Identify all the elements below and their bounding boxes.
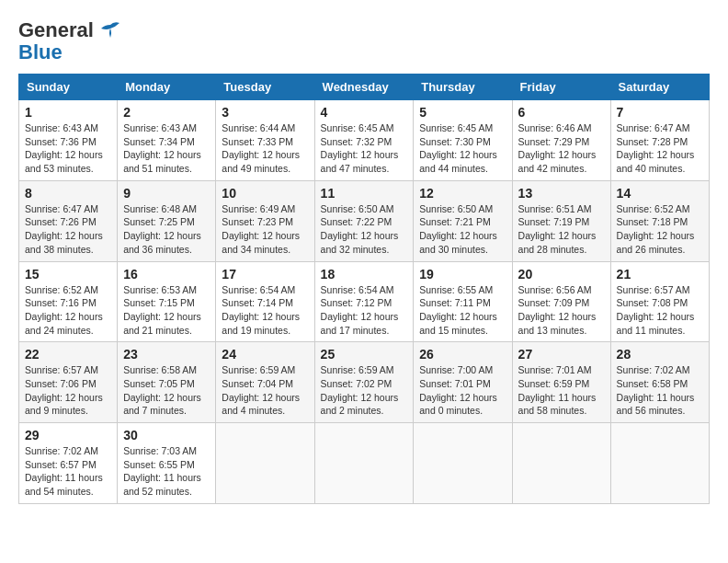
day-number: 7 xyxy=(617,105,703,120)
sunrise-label: Sunrise: 6:53 AM xyxy=(123,284,197,295)
day-number: 16 xyxy=(123,267,210,282)
sunrise-label: Sunrise: 6:47 AM xyxy=(617,122,690,133)
sunset-label: Sunset: 7:33 PM xyxy=(222,136,293,147)
calendar-cell: 1 Sunrise: 6:43 AM Sunset: 7:36 PM Dayli… xyxy=(19,100,118,181)
calendar-cell: 16 Sunrise: 6:53 AM Sunset: 7:15 PM Dayl… xyxy=(118,261,216,342)
day-number: 29 xyxy=(25,428,111,442)
logo: General Blue xyxy=(18,18,123,64)
day-info: Sunrise: 6:54 AM Sunset: 7:12 PM Dayligh… xyxy=(321,283,408,338)
col-header-thursday: Thursday xyxy=(414,75,512,100)
sunrise-label: Sunrise: 6:57 AM xyxy=(25,364,98,375)
sunset-label: Sunset: 6:59 PM xyxy=(518,378,590,389)
calendar-cell xyxy=(314,423,414,504)
day-info: Sunrise: 6:52 AM Sunset: 7:16 PM Dayligh… xyxy=(25,283,111,338)
daylight-label: Daylight: 12 hours and 40 minutes. xyxy=(617,149,695,174)
day-number: 14 xyxy=(617,186,703,201)
day-number: 22 xyxy=(25,347,111,362)
day-info: Sunrise: 6:53 AM Sunset: 7:15 PM Dayligh… xyxy=(123,283,210,338)
calendar-cell: 21 Sunrise: 6:57 AM Sunset: 7:08 PM Dayl… xyxy=(610,261,709,342)
daylight-label: Daylight: 12 hours and 42 minutes. xyxy=(518,149,597,174)
day-number: 15 xyxy=(25,267,111,282)
calendar-cell: 25 Sunrise: 6:59 AM Sunset: 7:02 PM Dayl… xyxy=(314,342,414,423)
day-info: Sunrise: 6:59 AM Sunset: 7:02 PM Dayligh… xyxy=(321,363,408,418)
day-number: 21 xyxy=(617,267,703,282)
daylight-label: Daylight: 12 hours and 36 minutes. xyxy=(123,230,201,255)
col-header-tuesday: Tuesday xyxy=(216,75,314,100)
calendar-cell xyxy=(216,423,314,504)
sunset-label: Sunset: 7:15 PM xyxy=(123,297,195,308)
day-number: 5 xyxy=(419,105,506,120)
sunset-label: Sunset: 7:29 PM xyxy=(518,136,590,147)
sunrise-label: Sunrise: 7:00 AM xyxy=(419,364,493,375)
calendar-cell: 13 Sunrise: 6:51 AM Sunset: 7:19 PM Dayl… xyxy=(512,180,610,261)
sunrise-label: Sunrise: 6:59 AM xyxy=(321,364,394,375)
calendar-cell: 24 Sunrise: 6:59 AM Sunset: 7:04 PM Dayl… xyxy=(216,342,314,423)
daylight-label: Daylight: 12 hours and 53 minutes. xyxy=(25,149,103,174)
sunset-label: Sunset: 7:26 PM xyxy=(25,216,97,227)
calendar-cell xyxy=(610,423,709,504)
daylight-label: Daylight: 12 hours and 2 minutes. xyxy=(321,392,399,417)
day-info: Sunrise: 6:57 AM Sunset: 7:08 PM Dayligh… xyxy=(617,283,703,338)
sunset-label: Sunset: 7:18 PM xyxy=(617,216,688,227)
day-info: Sunrise: 6:52 AM Sunset: 7:18 PM Dayligh… xyxy=(617,202,703,257)
sunset-label: Sunset: 7:34 PM xyxy=(123,136,195,147)
day-info: Sunrise: 6:51 AM Sunset: 7:19 PM Dayligh… xyxy=(518,202,605,257)
daylight-label: Daylight: 12 hours and 21 minutes. xyxy=(123,311,201,336)
sunrise-label: Sunrise: 6:44 AM xyxy=(222,122,295,133)
daylight-label: Daylight: 11 hours and 52 minutes. xyxy=(123,472,201,497)
sunrise-label: Sunrise: 7:02 AM xyxy=(617,364,690,375)
day-number: 4 xyxy=(321,105,408,120)
calendar-cell: 4 Sunrise: 6:45 AM Sunset: 7:32 PM Dayli… xyxy=(314,100,414,181)
day-number: 30 xyxy=(123,428,210,442)
sunrise-label: Sunrise: 6:48 AM xyxy=(123,203,197,214)
sunset-label: Sunset: 7:16 PM xyxy=(25,297,97,308)
calendar-cell: 10 Sunrise: 6:49 AM Sunset: 7:23 PM Dayl… xyxy=(216,180,314,261)
sunrise-label: Sunrise: 6:43 AM xyxy=(25,122,98,133)
sunset-label: Sunset: 7:02 PM xyxy=(321,378,392,389)
sunrise-label: Sunrise: 6:52 AM xyxy=(617,203,690,214)
sunrise-label: Sunrise: 6:51 AM xyxy=(518,203,592,214)
daylight-label: Daylight: 11 hours and 56 minutes. xyxy=(617,392,695,417)
sunrise-label: Sunrise: 6:54 AM xyxy=(321,284,394,295)
sunset-label: Sunset: 7:30 PM xyxy=(419,136,491,147)
sunrise-label: Sunrise: 6:46 AM xyxy=(518,122,592,133)
calendar-cell: 18 Sunrise: 6:54 AM Sunset: 7:12 PM Dayl… xyxy=(314,261,414,342)
daylight-label: Daylight: 11 hours and 54 minutes. xyxy=(25,472,103,497)
daylight-label: Daylight: 12 hours and 7 minutes. xyxy=(123,392,201,417)
sunrise-label: Sunrise: 7:02 AM xyxy=(25,445,98,456)
sunrise-label: Sunrise: 6:56 AM xyxy=(518,284,592,295)
sunset-label: Sunset: 7:23 PM xyxy=(222,216,293,227)
daylight-label: Daylight: 12 hours and 0 minutes. xyxy=(419,392,497,417)
day-number: 2 xyxy=(123,105,210,120)
col-header-saturday: Saturday xyxy=(610,75,709,100)
calendar-cell: 3 Sunrise: 6:44 AM Sunset: 7:33 PM Dayli… xyxy=(216,100,314,181)
day-info: Sunrise: 6:55 AM Sunset: 7:11 PM Dayligh… xyxy=(419,283,506,338)
calendar-cell: 2 Sunrise: 6:43 AM Sunset: 7:34 PM Dayli… xyxy=(118,100,216,181)
day-info: Sunrise: 6:56 AM Sunset: 7:09 PM Dayligh… xyxy=(518,283,605,338)
daylight-label: Daylight: 12 hours and 19 minutes. xyxy=(222,311,300,336)
day-number: 10 xyxy=(222,186,308,201)
daylight-label: Daylight: 12 hours and 9 minutes. xyxy=(25,392,103,417)
sunrise-label: Sunrise: 7:01 AM xyxy=(518,364,592,375)
daylight-label: Daylight: 12 hours and 38 minutes. xyxy=(25,230,103,255)
day-info: Sunrise: 6:57 AM Sunset: 7:06 PM Dayligh… xyxy=(25,363,111,418)
day-number: 3 xyxy=(222,105,308,120)
daylight-label: Daylight: 12 hours and 11 minutes. xyxy=(617,311,695,336)
daylight-label: Daylight: 12 hours and 32 minutes. xyxy=(321,230,399,255)
calendar-cell: 27 Sunrise: 7:01 AM Sunset: 6:59 PM Dayl… xyxy=(512,342,610,423)
week-row-1: 1 Sunrise: 6:43 AM Sunset: 7:36 PM Dayli… xyxy=(19,100,710,181)
sunset-label: Sunset: 7:04 PM xyxy=(222,378,293,389)
day-info: Sunrise: 6:43 AM Sunset: 7:36 PM Dayligh… xyxy=(25,121,111,176)
day-info: Sunrise: 7:02 AM Sunset: 6:57 PM Dayligh… xyxy=(25,444,111,499)
sunset-label: Sunset: 7:06 PM xyxy=(25,378,97,389)
day-number: 28 xyxy=(617,347,703,362)
daylight-label: Daylight: 12 hours and 49 minutes. xyxy=(222,149,300,174)
day-info: Sunrise: 6:58 AM Sunset: 7:05 PM Dayligh… xyxy=(123,363,210,418)
calendar-cell: 6 Sunrise: 6:46 AM Sunset: 7:29 PM Dayli… xyxy=(512,100,610,181)
sunrise-label: Sunrise: 7:03 AM xyxy=(123,445,197,456)
calendar-cell: 26 Sunrise: 7:00 AM Sunset: 7:01 PM Dayl… xyxy=(414,342,512,423)
sunset-label: Sunset: 7:32 PM xyxy=(321,136,392,147)
sunrise-label: Sunrise: 6:50 AM xyxy=(321,203,394,214)
sunrise-label: Sunrise: 6:45 AM xyxy=(419,122,493,133)
day-number: 8 xyxy=(25,186,111,201)
